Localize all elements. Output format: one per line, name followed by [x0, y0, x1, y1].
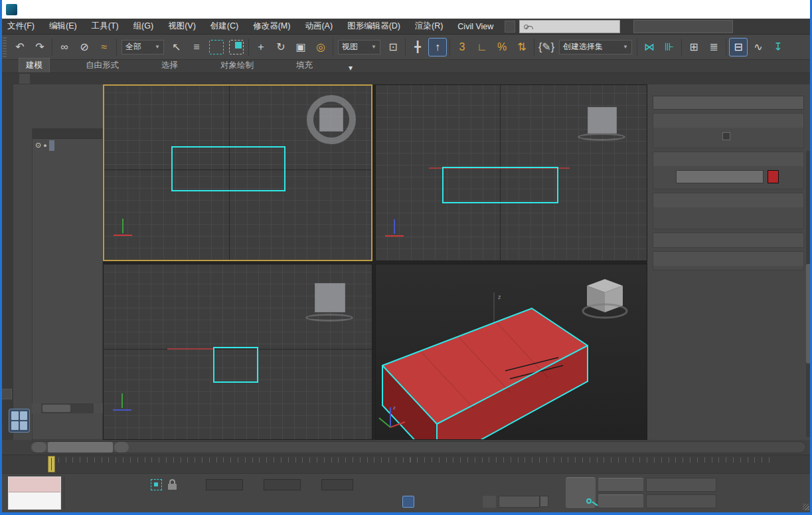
viewport-perspective[interactable]: z [375, 264, 647, 440]
menu-item-7[interactable]: 动画(A) [297, 19, 340, 34]
menu-item-4[interactable]: 视图(V) [161, 19, 203, 34]
ribbon-tab-0[interactable]: 建模 [19, 58, 50, 72]
snaps-toggle-icon[interactable]: 3 [453, 38, 471, 56]
align-icon[interactable]: ⊪ [660, 38, 679, 56]
current-frame-field[interactable] [499, 496, 540, 508]
workspace-dropdown[interactable] [633, 20, 733, 33]
select-and-link-icon[interactable]: ∞ [55, 38, 74, 56]
viewcube-left[interactable] [315, 283, 345, 312]
set-key-button[interactable] [598, 494, 643, 508]
z-coordinate-field[interactable] [321, 479, 353, 490]
expand-panel-button[interactable] [1, 389, 12, 399]
frame-spinner[interactable] [540, 496, 548, 507]
object-color-swatch[interactable] [768, 170, 779, 183]
ribbon-tab-4[interactable]: 填充 [289, 58, 319, 72]
select-and-place-icon[interactable]: ◎ [311, 38, 330, 56]
time-slider-marker[interactable] [48, 456, 55, 472]
rollout-creation-method-header[interactable] [653, 193, 803, 207]
key-step-icon[interactable] [483, 496, 496, 508]
ribbon-overflow-icon[interactable]: ▾ [349, 63, 353, 72]
ribbon-toggle-icon[interactable]: ⊟ [729, 38, 748, 56]
keyboard-shortcut-override-icon[interactable]: ↑ [428, 38, 447, 56]
viewport-left[interactable] [103, 264, 372, 440]
window-crossing-icon[interactable] [229, 40, 244, 54]
scroll-right-icon[interactable] [94, 403, 103, 413]
named-selection-sets-dropdown[interactable]: 创建选择集▼ [559, 40, 632, 54]
menu-item-6[interactable]: 修改器(M) [246, 19, 297, 34]
scrollbar-thumb[interactable] [42, 405, 70, 412]
ribbon-panel-polygon-modeling[interactable] [19, 73, 31, 84]
toolbar-drag-handle[interactable] [3, 37, 7, 57]
ribbon-tab-2[interactable]: 选择 [155, 58, 185, 72]
track-bar[interactable] [0, 455, 812, 473]
menu-item-9[interactable]: 渲染(R) [408, 19, 450, 34]
select-by-name-icon[interactable]: ≡ [187, 38, 206, 56]
minimize-button[interactable] [722, 0, 752, 19]
viewport-h-splitter[interactable] [103, 261, 647, 264]
menu-item-10[interactable]: Civil View [450, 19, 501, 34]
selection-lock-toggle-icon[interactable] [168, 479, 177, 490]
viewport-top[interactable] [103, 84, 372, 261]
time-tag-icon[interactable] [402, 496, 414, 508]
layer-explorer-toggle-icon[interactable]: ≣ [704, 38, 723, 56]
menu-item-2[interactable]: 工具(T) [84, 19, 126, 34]
rollout-name-color-header[interactable] [653, 152, 803, 166]
maxscript-mini-listener[interactable] [8, 476, 61, 510]
next-frame-arrow[interactable] [114, 442, 129, 453]
time-slider-track[interactable] [29, 441, 806, 453]
select-object-icon[interactable]: ↖ [167, 38, 186, 56]
edit-named-selection-sets-icon[interactable]: {✎} [537, 38, 556, 56]
explorer-column-header[interactable] [33, 129, 102, 139]
viewcube-top-face[interactable] [319, 108, 343, 132]
unlink-selection-icon[interactable]: ⊘ [75, 38, 94, 56]
explorer-row-box001[interactable]: ⊙ ● [33, 139, 102, 152]
rollout-object-type-header[interactable] [653, 114, 803, 128]
render-setup-icon[interactable]: ↧ [769, 38, 787, 56]
isolate-selection-toggle-icon[interactable] [151, 479, 162, 490]
rollout-parameters-header[interactable] [653, 252, 803, 266]
visibility-eye-icon[interactable]: ⊙ [35, 141, 41, 150]
macro-recorder-pane[interactable] [9, 477, 60, 492]
menu-item-1[interactable]: 编辑(E) [42, 19, 84, 34]
key-selection-set-dropdown[interactable] [646, 478, 716, 492]
menu-item-8[interactable]: 图形编辑器(D) [340, 19, 408, 34]
window-resize-grip[interactable] [803, 504, 809, 510]
curve-editor-icon[interactable]: ∿ [749, 38, 768, 56]
menu-item-3[interactable]: 组(G) [126, 19, 161, 34]
scene-explorer-toggle-icon[interactable]: ⊞ [685, 38, 703, 56]
maximize-button[interactable] [752, 0, 782, 19]
viewcube-compass[interactable] [307, 95, 356, 144]
listener-pane[interactable] [9, 492, 60, 509]
menu-item-0[interactable]: 文件(F) [0, 19, 42, 34]
redo-icon[interactable]: ↷ [31, 38, 49, 56]
undo-icon[interactable]: ↶ [11, 38, 29, 56]
ribbon-tab-3[interactable]: 对象绘制 [214, 58, 260, 72]
viewcube-front[interactable] [588, 107, 617, 134]
angle-snap-icon[interactable]: ∟ [473, 38, 491, 56]
select-and-move-icon[interactable]: + [252, 38, 270, 56]
viewport-front[interactable] [375, 84, 647, 261]
bind-to-space-warp-icon[interactable]: ≈ [95, 38, 114, 56]
select-and-manipulate-icon[interactable]: ╋ [408, 38, 427, 56]
set-keys-button[interactable] [566, 477, 596, 509]
key-filters-button[interactable] [646, 494, 716, 508]
object-name-field[interactable] [676, 170, 764, 183]
select-and-scale-icon[interactable]: ▣ [291, 38, 310, 56]
sign-in-dropdown[interactable] [519, 20, 620, 33]
explorer-horizontal-scrollbar[interactable] [32, 403, 103, 413]
rectangular-selection-region-icon[interactable] [209, 40, 224, 54]
rollout-keyboard-entry-header[interactable] [653, 233, 803, 247]
box-selection-outline-front[interactable] [442, 167, 558, 203]
x-coordinate-field[interactable] [206, 479, 243, 490]
viewport-layout-tabs-icon[interactable] [9, 409, 30, 433]
primitive-category-dropdown[interactable] [653, 96, 804, 110]
box-selection-outline-top[interactable] [171, 146, 285, 191]
menu-overflow-chevron[interactable] [505, 21, 515, 33]
select-and-rotate-icon[interactable]: ↻ [272, 38, 290, 56]
auto-key-button[interactable] [598, 478, 643, 492]
time-slider-grip[interactable] [48, 442, 113, 453]
use-pivot-point-center-icon[interactable]: ⊡ [384, 38, 402, 56]
object-name-label[interactable] [49, 140, 54, 151]
menu-item-5[interactable]: 创建(C) [203, 19, 246, 34]
percent-snap-icon[interactable]: % [493, 38, 511, 56]
